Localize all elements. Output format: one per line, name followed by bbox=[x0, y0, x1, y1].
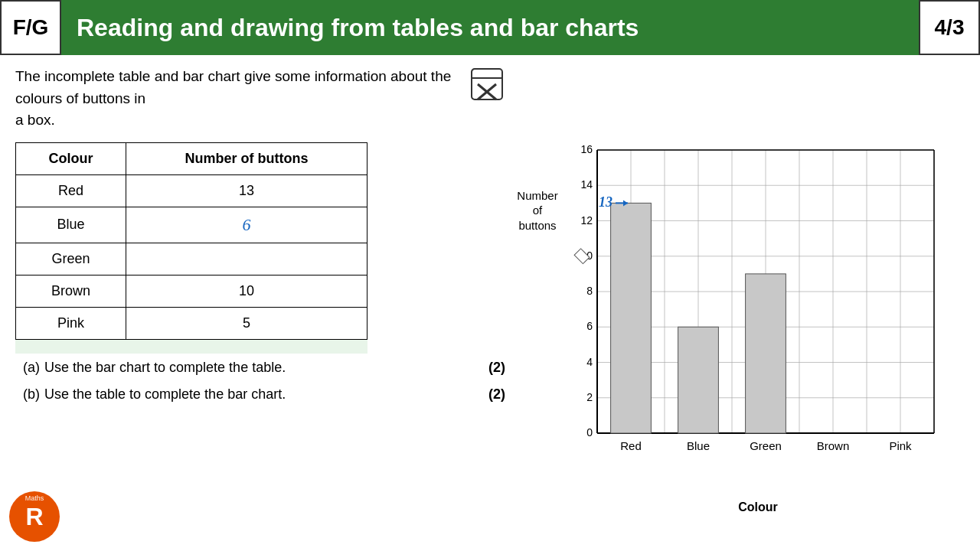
bar-chart-svg: 0246810121416RedBlueGreenBrownPink13 bbox=[559, 142, 942, 479]
bar-blue bbox=[678, 327, 719, 433]
data-table: Colour Number of buttons Red13Blue6Green… bbox=[15, 142, 368, 340]
table-row-colour-1: Blue bbox=[16, 207, 126, 243]
chart-svg-wrapper: 0246810121416RedBlueGreenBrownPink13 bbox=[559, 142, 957, 479]
svg-text:4: 4 bbox=[586, 355, 593, 367]
question-b-text: Use the table to complete the bar chart. bbox=[44, 386, 476, 403]
table-row-count-1: 6 bbox=[126, 207, 368, 243]
main-layout: Colour Number of buttons Red13Blue6Green… bbox=[15, 142, 965, 517]
bar-green bbox=[746, 273, 786, 432]
page-title: Reading and drawing from tables and bar … bbox=[61, 0, 919, 55]
x-label-blue: Blue bbox=[687, 439, 710, 452]
table-row-colour-3: Brown bbox=[16, 275, 126, 307]
chart-container: Number of buttons 0246810121416RedBlueGr… bbox=[513, 142, 957, 517]
intro-section: The incomplete table and bar chart give … bbox=[15, 66, 505, 132]
left-panel: Colour Number of buttons Red13Blue6Green… bbox=[15, 142, 505, 517]
col-count-header: Number of buttons bbox=[126, 142, 368, 174]
question-a: (a) Use the bar chart to complete the ta… bbox=[23, 360, 505, 376]
table-row-count-3: 10 bbox=[126, 275, 368, 307]
fg-badge: F/G bbox=[0, 0, 61, 55]
table-row-colour-2: Green bbox=[16, 243, 126, 275]
question-b-label: (b) bbox=[23, 386, 44, 403]
svg-text:16: 16 bbox=[580, 143, 593, 155]
table-row-count-4: 5 bbox=[126, 307, 368, 339]
svg-text:8: 8 bbox=[586, 285, 593, 297]
x-label-brown: Brown bbox=[817, 439, 850, 452]
x-label-pink: Pink bbox=[889, 439, 912, 452]
svg-text:0: 0 bbox=[586, 426, 593, 439]
question-a-text: Use the bar chart to complete the table. bbox=[44, 360, 476, 376]
x-label-red: Red bbox=[620, 439, 642, 452]
svg-text:14: 14 bbox=[580, 178, 593, 191]
maths-logo: R Maths bbox=[8, 490, 61, 543]
table-row-count-2 bbox=[126, 243, 368, 275]
question-a-marks: (2) bbox=[488, 360, 505, 376]
svg-text:6: 6 bbox=[586, 320, 593, 332]
logo-svg: R Maths bbox=[8, 490, 61, 543]
svg-text:13: 13 bbox=[599, 194, 612, 210]
y-axis-label: Number of buttons bbox=[514, 188, 560, 233]
svg-rect-0 bbox=[472, 69, 502, 99]
question-b: (b) Use the table to complete the bar ch… bbox=[23, 386, 505, 403]
svg-text:R: R bbox=[25, 503, 43, 530]
main-content: The incomplete table and bar chart give … bbox=[0, 55, 980, 525]
bar-red bbox=[611, 203, 652, 433]
svg-text:2: 2 bbox=[586, 390, 593, 403]
col-colour-header: Colour bbox=[16, 142, 126, 174]
header: F/G Reading and drawing from tables and … bbox=[0, 0, 980, 55]
table-wrapper: Colour Number of buttons Red13Blue6Green… bbox=[15, 142, 368, 354]
question-b-marks: (2) bbox=[488, 386, 505, 403]
table-row-count-0: 13 bbox=[126, 174, 368, 207]
x-label-green: Green bbox=[750, 439, 782, 452]
table-row-colour-0: Red bbox=[16, 174, 126, 207]
svg-text:12: 12 bbox=[580, 214, 593, 226]
x-axis-label: Colour bbox=[559, 500, 957, 514]
calculator-icon bbox=[469, 66, 505, 103]
page-number: 4/3 bbox=[919, 0, 980, 55]
questions-section: (a) Use the bar chart to complete the ta… bbox=[15, 360, 505, 403]
question-a-label: (a) bbox=[23, 360, 44, 376]
svg-text:Maths: Maths bbox=[25, 494, 44, 502]
table-row-colour-4: Pink bbox=[16, 307, 126, 339]
intro-text: The incomplete table and bar chart give … bbox=[15, 66, 461, 132]
right-panel: Number of buttons 0246810121416RedBlueGr… bbox=[505, 142, 965, 517]
